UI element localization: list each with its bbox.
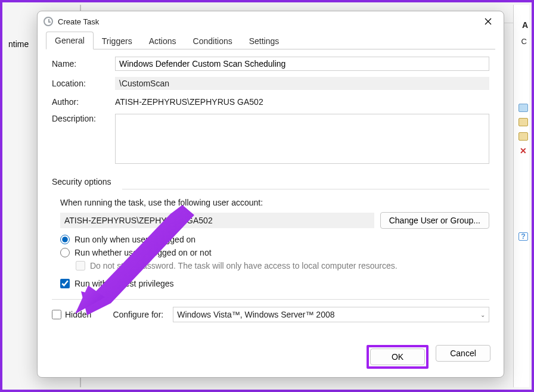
tab-actions[interactable]: Actions: [141, 33, 185, 49]
hidden-check[interactable]: [52, 310, 61, 319]
description-label: Description:: [52, 114, 115, 123]
bottom-row: Hidden Configure for: Windows Vista™, Wi…: [52, 307, 489, 322]
separator: [52, 299, 489, 300]
name-input[interactable]: [115, 57, 489, 71]
account-value: ATISH-ZEPHYRUS\ZEPHYRUS GA502: [60, 213, 374, 228]
no-store-password-label: Do not store password. The task will onl…: [90, 261, 398, 270]
titlebar: Create Task: [38, 11, 504, 32]
change-user-button[interactable]: Change User or Group...: [380, 212, 489, 229]
tab-general[interactable]: General: [46, 32, 94, 49]
group-rule: [122, 189, 489, 189]
bg-actions-icons: ✕ ?: [519, 104, 528, 241]
highest-privileges-label: Run with highest privileges: [74, 279, 174, 288]
security-options-group: Security options When running the task, …: [52, 177, 489, 292]
bg-icon-1: [519, 104, 528, 112]
radio-logged-or-not-label: Run whether user is logged on or not: [74, 248, 212, 257]
tab-settings[interactable]: Settings: [241, 33, 288, 49]
radio-logged-on[interactable]: [60, 235, 70, 244]
close-button[interactable]: [479, 14, 498, 29]
configure-for-value: Windows Vista™, Windows Server™ 2008: [177, 310, 334, 319]
close-icon: [485, 18, 492, 25]
tab-panel-general: Name: Location: \CustomScan Author: ATIS…: [38, 49, 504, 338]
configure-for-label: Configure for:: [113, 310, 163, 319]
tabstrip: General Triggers Actions Conditions Sett…: [38, 32, 504, 49]
no-store-password-row: Do not store password. The task will onl…: [76, 261, 489, 270]
tab-triggers[interactable]: Triggers: [94, 33, 141, 49]
author-label: Author:: [52, 97, 115, 107]
clock-icon: [44, 17, 53, 26]
screenshot-frame: ntime A C ✕ ? Create Task General Trigge…: [0, 0, 534, 392]
bg-icon-2: [519, 118, 528, 126]
dialog-title: Create Task: [58, 17, 99, 26]
description-input[interactable]: [115, 114, 489, 164]
ok-highlight: OK: [367, 345, 429, 369]
radio-logged-on-label: Run only when user is logged on: [74, 235, 195, 244]
location-value: \CustomScan: [115, 77, 489, 90]
radio-logged-or-not-row[interactable]: Run whether user is logged on or not: [60, 248, 489, 257]
tab-conditions[interactable]: Conditions: [185, 33, 241, 49]
bg-actions-heading: A: [522, 20, 528, 30]
name-label: Name:: [52, 59, 115, 69]
bg-icon-3: [519, 132, 528, 141]
cancel-button[interactable]: Cancel: [436, 345, 490, 362]
chevron-down-icon: ⌄: [480, 312, 485, 318]
radio-logged-on-row[interactable]: Run only when user is logged on: [60, 235, 489, 244]
security-account-text: When running the task, use the following…: [60, 198, 489, 207]
author-value: ATISH-ZEPHYRUS\ZEPHYRUS GA502: [115, 96, 489, 108]
no-store-password-check: [76, 261, 85, 270]
ok-button[interactable]: OK: [370, 349, 425, 365]
radio-logged-or-not[interactable]: [60, 248, 70, 257]
bg-actions-letter: C: [521, 37, 527, 46]
security-options-label: Security options: [52, 177, 489, 186]
configure-for-dropdown[interactable]: Windows Vista™, Windows Server™ 2008 ⌄: [173, 307, 489, 322]
hidden-row[interactable]: Hidden: [52, 310, 91, 319]
bg-icon-help: ?: [519, 232, 528, 241]
bg-icon-delete: ✕: [519, 147, 528, 155]
dialog-buttons: OK Cancel: [38, 338, 504, 377]
location-label: Location:: [52, 79, 115, 88]
highest-privileges-row[interactable]: Run with highest privileges: [60, 279, 489, 288]
create-task-dialog: Create Task General Triggers Actions Con…: [37, 11, 504, 378]
highest-privileges-check[interactable]: [60, 279, 70, 288]
bg-left-text: ntime: [8, 39, 29, 49]
hidden-label: Hidden: [65, 310, 91, 319]
